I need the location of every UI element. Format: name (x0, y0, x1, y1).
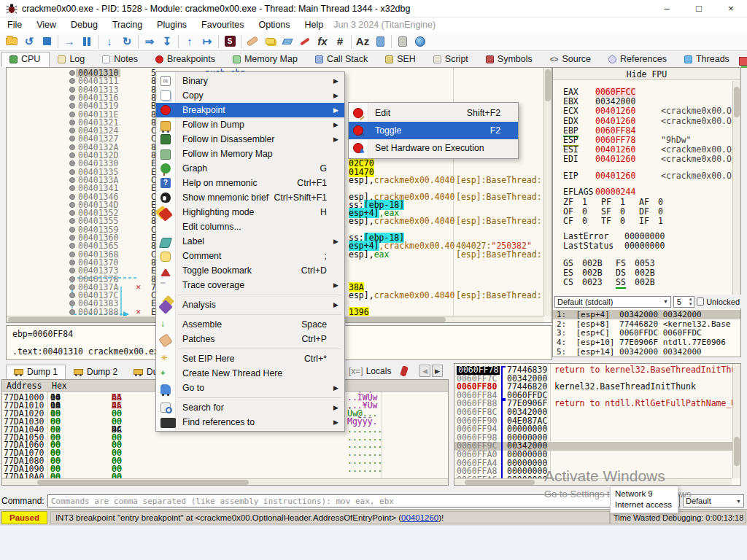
dump-tabs-scroll-right[interactable]: ▶ (432, 365, 443, 377)
toolbar-step-over[interactable]: ↻ (118, 34, 136, 50)
context-menu-item-follow-in-disassembler[interactable]: Follow in Disassembler▶ (156, 132, 344, 147)
menu-file[interactable]: File (0, 18, 29, 31)
breakpoint-dot[interactable] (69, 194, 75, 200)
tab-script[interactable]: Script (425, 52, 478, 67)
breakpoint-dot[interactable] (69, 177, 75, 183)
breakpoint-dot[interactable] (69, 252, 75, 257)
tab-breakpoints[interactable]: Breakpoints (147, 52, 225, 67)
tab-source[interactable]: <>Source (542, 52, 600, 67)
tab-call-stack[interactable]: Call Stack (307, 52, 377, 67)
toolbar-modules[interactable] (371, 34, 389, 50)
menu-options[interactable]: Options (251, 18, 297, 31)
breakpoint-dot[interactable] (69, 260, 75, 265)
disasm-vscrollbar[interactable] (543, 68, 551, 316)
breakpoint-dot[interactable] (69, 160, 75, 166)
toolbar-comments[interactable] (261, 34, 279, 50)
tab-threads[interactable]: Threads (676, 52, 739, 67)
menu-help[interactable]: Help (298, 18, 331, 31)
argument-depth-stepper[interactable]: 5▲▼ (673, 296, 694, 308)
context-menu-item-patches[interactable]: PatchesCtrl+P (156, 332, 344, 346)
context-menu-item-toggle-bookmark[interactable]: Toggle BookmarkCtrl+D (156, 263, 344, 278)
breakpoint-dot[interactable] (69, 268, 75, 273)
minimize-button[interactable]: – (651, 0, 683, 17)
breakpoint-dot[interactable] (69, 78, 75, 84)
toolbar-step-out[interactable]: ↧ (158, 34, 176, 50)
context-menu-item-comment[interactable]: Comment; (156, 249, 344, 263)
tab-symbols[interactable]: Symbols (478, 52, 542, 67)
tab-seh[interactable]: SEH (377, 52, 425, 67)
toolbar-trace-into[interactable]: ↦ (198, 34, 216, 50)
tab-memory-map[interactable]: Memory Map (225, 52, 307, 67)
breakpoint-dot[interactable] (69, 300, 75, 306)
stack-argument-row[interactable]: 2: [esp+8] 77446820 <kernel32.Base (553, 319, 740, 329)
context-menu-item-binary[interactable]: 01Binary▶ (156, 74, 344, 88)
breakpoint-dot[interactable] (69, 292, 75, 298)
stack-row[interactable]: 0060FF8C00342000 (454, 408, 740, 417)
breakpoint-dot[interactable] (69, 210, 75, 216)
context-menu-item-analysis[interactable]: Analysis▶ (156, 298, 344, 312)
tab-notes[interactable]: Notes (94, 52, 147, 67)
toolbar-step-into[interactable]: ↓ (101, 34, 118, 50)
unlocked-checkbox[interactable] (697, 298, 705, 306)
toolbar-execute-till-return[interactable]: ⇒ (141, 34, 158, 50)
stack-arguments-pane[interactable]: 1: [esp+4] 00342000 003420002: [esp+8] 7… (552, 308, 741, 357)
stack-row[interactable]: 0060FFA400000000 (454, 459, 740, 468)
stack-argument-row[interactable]: 3: [esp+C] 0060FFDC 0060FFDC (553, 328, 740, 338)
breakpoint-dot[interactable] (69, 87, 75, 93)
breakpoint-dot[interactable] (69, 120, 75, 125)
breakpoint-dot[interactable] (69, 144, 75, 150)
toolbar-open-file[interactable] (3, 34, 20, 50)
tab-dump-2[interactable]: Dump 2 (66, 365, 125, 379)
context-menu-item-follow-in-memory-map[interactable]: Follow in Memory Map (156, 147, 344, 161)
breakpoint-address-link[interactable]: 00401260 (401, 513, 438, 522)
context-menu-item-help-on-mnemonic[interactable]: ?Help on mnemonicCtrl+F1 (156, 176, 344, 190)
context-menu-item-follow-in-dump[interactable]: Follow in Dump▶ (156, 117, 344, 132)
breakpoint-dot[interactable] (69, 152, 75, 158)
tab-log[interactable]: Log (50, 52, 94, 67)
context-menu-item-find-references-to[interactable]: Find references to▶ (156, 415, 344, 429)
stack-row[interactable]: 0060FF9800000000 (454, 434, 740, 443)
context-menu-item-create-new-thread-here[interactable]: +Create New Thread Here (156, 366, 344, 381)
breakpoint-dot[interactable] (69, 103, 75, 109)
breakpoint-dot[interactable] (69, 243, 75, 249)
close-button[interactable]: × (715, 0, 747, 17)
submenu-item-set-hardware-on-execution[interactable]: Set Hardware on Execution (349, 139, 518, 157)
context-menu-item-trace-coverage[interactable]: ""Trace coverage▶ (156, 278, 344, 292)
toolbar-preferences-az[interactable]: Az (354, 34, 371, 50)
context-menu-item-breakpoint[interactable]: Breakpoint▶ (156, 103, 344, 117)
stack-row[interactable]: 0060FF9400000000 (454, 425, 740, 434)
context-menu-item-graph[interactable]: GraphG (156, 161, 344, 176)
toolbar-stop-debugging[interactable] (38, 34, 55, 50)
toolbar-scylla[interactable]: S (221, 34, 239, 50)
stack-row[interactable]: 0060FF8877E0906Freturn to ntdll.RtlGetFu… (454, 400, 740, 408)
tab-references[interactable]: References (600, 52, 676, 67)
context-menu-item-assemble[interactable]: ↓AssembleSpace (156, 317, 344, 332)
toolbar-pause[interactable] (78, 34, 96, 50)
breakpoint-dot[interactable] (69, 169, 75, 175)
menu-tracing[interactable]: Tracing (105, 18, 150, 31)
tab-locals[interactable]: [x=] Locals (349, 363, 407, 379)
breakpoint-dot[interactable] (69, 309, 75, 315)
toolbar-calculator[interactable] (394, 34, 411, 50)
breakpoint-dot[interactable] (69, 95, 75, 101)
breakpoint-dot[interactable] (69, 235, 75, 241)
breakpoint-dot[interactable] (69, 136, 75, 141)
context-menu-item-search-for[interactable]: Search for▶ (156, 400, 344, 415)
hide-fpu-button[interactable]: Hide FPU (553, 68, 740, 80)
menu-favourites[interactable]: Favourites (194, 18, 251, 31)
stack-row[interactable]: 0060FF8077446820kernel32.BaseThreadInitT… (454, 383, 740, 392)
dump-tabs-scroll-left[interactable]: ◀ (419, 365, 430, 377)
context-menu-item-set-eip-here[interactable]: ✳Set EIP HereCtrl+* (156, 351, 344, 366)
menu-debug[interactable]: Debug (63, 18, 105, 31)
toolbar-update-globe[interactable] (411, 34, 429, 50)
toolbar-patches[interactable] (244, 34, 261, 50)
stack-row[interactable]: 0060FF7877446839return to kernel32.BaseT… (454, 366, 740, 375)
toolbar-labels[interactable] (279, 34, 296, 50)
breakpoint-dot[interactable] (69, 112, 75, 117)
breakpoint-dot[interactable] (69, 202, 75, 208)
maximize-button[interactable]: □ (683, 0, 715, 17)
toolbar-run[interactable]: → (61, 34, 78, 50)
menu-plugins[interactable]: Plugins (150, 18, 194, 31)
dump-hscrollbar[interactable] (2, 478, 448, 485)
toolbar-analysis-hash[interactable]: # (331, 34, 349, 50)
